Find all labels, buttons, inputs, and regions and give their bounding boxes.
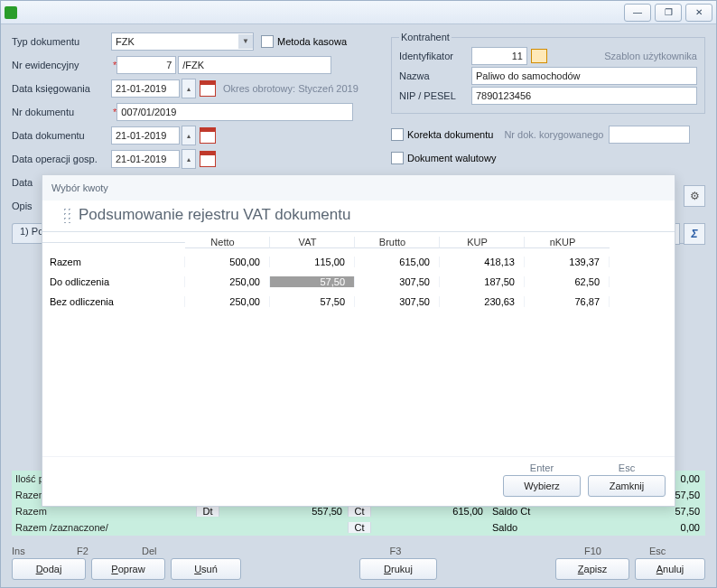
metoda-kasowa-label: Metoda kasowa <box>277 36 347 47</box>
nazwa-input[interactable]: Paliwo do samochodów <box>471 67 697 85</box>
row-value: 307,50 <box>355 296 440 307</box>
nr-dokumentu-label: Nr dokumentu <box>12 107 111 117</box>
typ-dokumentu-combo[interactable]: FZK ▼ <box>111 33 254 51</box>
hint-esc: Esc <box>649 546 705 556</box>
metoda-kasowa-checkbox[interactable] <box>261 35 274 48</box>
row-label: Do odliczenia <box>42 276 185 287</box>
nr-dokumentu-input[interactable]: 007/01/2019 <box>116 103 353 121</box>
modal-grid: Netto VAT Brutto KUP nKUP Razem500,00115… <box>42 231 675 456</box>
okres-obrotowy-label: Okres obrotowy: Styczeń 2019 <box>223 83 358 94</box>
data-dokumentu-input[interactable]: 21-01-2019 <box>111 126 180 145</box>
modal-grid-row[interactable]: Bez odliczenia250,0057,50307,50230,6376,… <box>42 292 675 312</box>
anuluj-button[interactable]: Anuluj <box>635 558 705 580</box>
popraw-button[interactable]: Popraw <box>91 558 165 580</box>
row-value: 139,37 <box>525 257 610 267</box>
modal-hint-enter: Enter <box>530 462 554 473</box>
modal-grid-empty <box>42 312 675 456</box>
row-value: 250,00 <box>185 276 270 287</box>
data-operacji-label: Data operacji gosp. <box>12 154 111 164</box>
row-value: 500,00 <box>185 257 270 267</box>
szablon-label: Szablon użytkownika <box>604 51 697 61</box>
typ-dokumentu-label: Typ dokumentu <box>12 36 111 47</box>
data-ksiegowania-input[interactable]: 21-01-2019 <box>111 79 180 98</box>
walutowy-checkbox[interactable] <box>391 152 404 164</box>
app-icon <box>5 6 17 19</box>
row-value: 57,50 <box>270 296 355 307</box>
nr-ewid-input[interactable]: 7 <box>116 56 176 74</box>
gear-button[interactable]: ⚙ <box>684 185 705 207</box>
date-spinner-button[interactable]: ▴ <box>182 149 196 169</box>
nr-ewid-suffix-input[interactable]: /FZK <box>178 56 331 74</box>
col-header-brutto: Brutto <box>355 237 440 248</box>
summary-value-2: 615,00 <box>371 506 489 517</box>
nr-kor-label: Nr dok. korygowanego <box>504 129 603 140</box>
date-spinner-button[interactable]: ▴ <box>182 79 196 98</box>
data-operacji-input[interactable]: 21-01-2019 <box>111 150 180 168</box>
identyfikator-label: Identyfikator <box>399 51 471 61</box>
chevron-down-icon: ▼ <box>238 34 253 49</box>
summary-value-1: 557,50 <box>219 506 348 517</box>
folder-icon[interactable] <box>531 49 547 63</box>
identyfikator-input[interactable]: 11 <box>471 47 527 65</box>
data-dokumentu-label: Data dokumentu <box>12 130 111 141</box>
summary-ct: Ct <box>348 522 371 533</box>
window-minimize-button[interactable]: — <box>624 4 651 22</box>
summary-ct: Ct <box>348 506 371 517</box>
date-spinner-button[interactable]: ▴ <box>182 126 196 145</box>
summary-label-2: Saldo Ct <box>489 506 619 517</box>
hint-f2: F2 <box>77 546 142 556</box>
modal-title: Wybór kwoty <box>42 175 675 201</box>
nip-input[interactable]: 7890123456 <box>471 87 697 105</box>
korekta-label: Korekta dokumentu <box>407 129 493 140</box>
tab-action-sigma[interactable]: Σ <box>684 223 705 245</box>
wybor-kwoty-modal: Wybór kwoty Podsumowanie rejestru VAT do… <box>42 174 675 507</box>
dodaj-button[interactable]: Dodaj <box>12 558 86 580</box>
modal-footer: Enter Wybierz Esc Zamknij <box>42 456 675 506</box>
hint-f3: F3 <box>207 546 584 556</box>
modal-grid-row[interactable]: Do odliczenia250,0057,50307,50187,5062,5… <box>42 272 675 292</box>
calendar-icon[interactable] <box>200 151 216 167</box>
window-close-button[interactable]: ✕ <box>685 4 712 22</box>
window-maximize-button[interactable]: ❐ <box>655 4 682 22</box>
summary-label: Razem /zaznaczone/ <box>12 522 196 533</box>
row-value: 250,00 <box>185 296 270 307</box>
modal-header: Podsumowanie rejestru VAT dokumentu <box>42 201 675 231</box>
row-value: 230,63 <box>440 296 525 307</box>
summary-dt: Dt <box>196 506 219 517</box>
wybierz-button[interactable]: Wybierz <box>503 475 581 497</box>
nazwa-label: Nazwa <box>399 70 471 81</box>
col-header-nkup: nKUP <box>525 237 610 248</box>
col-header-label <box>42 242 185 243</box>
col-header-vat: VAT <box>270 237 355 248</box>
zamknij-button[interactable]: Zamknij <box>588 475 666 497</box>
summary-value-3: 57,50 <box>619 506 705 517</box>
summary-label-2: Saldo <box>489 522 619 533</box>
summary-label: Razem <box>12 506 196 517</box>
hint-f10: F10 <box>584 546 649 556</box>
calendar-icon[interactable] <box>200 80 216 97</box>
modal-hint-esc: Esc <box>619 462 635 473</box>
row-value: 615,00 <box>355 257 440 267</box>
row-label: Bez odliczenia <box>42 296 185 307</box>
row-value: 187,50 <box>440 276 525 287</box>
nr-ewid-label: Nr ewidencyjny <box>12 60 111 70</box>
calendar-icon[interactable] <box>200 127 216 144</box>
titlebar: — ❐ ✕ <box>1 1 716 24</box>
nip-label: NIP / PESEL <box>399 90 471 101</box>
row-value: 76,87 <box>525 296 610 307</box>
modal-grid-row[interactable]: Razem500,00115,00615,00418,13139,37 <box>42 252 675 272</box>
usun-button[interactable]: Usuń <box>171 558 241 580</box>
row-value: 57,50 <box>270 276 355 287</box>
col-header-kup: KUP <box>440 237 525 248</box>
zapisz-button[interactable]: Zapisz <box>555 558 629 580</box>
drukuj-button[interactable]: Drukuj <box>359 558 437 580</box>
row-value: 307,50 <box>355 276 440 287</box>
grip-icon <box>62 207 71 223</box>
hint-ins: Ins <box>12 546 77 556</box>
korekta-checkbox[interactable] <box>391 128 404 141</box>
kontrahent-fieldset: Kontrahent Identyfikator 11 Szablon użyt… <box>391 32 705 114</box>
modal-grid-header: Netto VAT Brutto KUP nKUP <box>42 232 675 252</box>
app-window: — ❐ ✕ Typ dokumentu FZK ▼ Metoda kasowa … <box>0 0 717 588</box>
nr-kor-input[interactable] <box>609 126 690 144</box>
button-bar: Ins F2 Del F3 F10 Esc Dodaj Popraw Usuń … <box>12 544 705 582</box>
